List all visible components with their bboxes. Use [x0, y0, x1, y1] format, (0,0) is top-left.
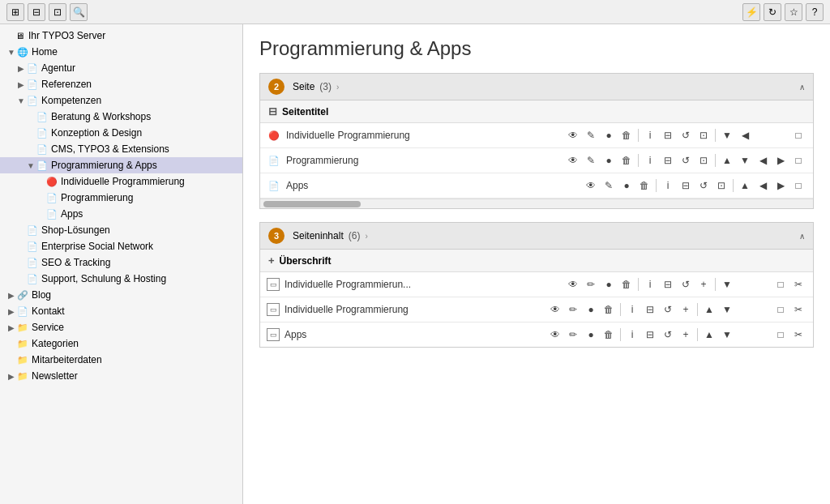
action-delete[interactable]: 🗑: [601, 301, 617, 318]
section-collapse-seite[interactable]: ∧: [799, 83, 805, 92]
action-copy[interactable]: ⊟: [678, 177, 694, 194]
action-plus[interactable]: +: [678, 327, 694, 343]
action-hide[interactable]: ●: [601, 152, 617, 169]
action-info[interactable]: i: [642, 127, 658, 143]
action-cut[interactable]: ✂: [790, 301, 806, 318]
action-undo2[interactable]: ↺: [660, 327, 676, 343]
action-down2[interactable]: ▼: [719, 327, 735, 343]
tree-item-blog[interactable]: ▶ 🔗 Blog: [0, 287, 242, 303]
action-edit[interactable]: ✎: [583, 127, 599, 143]
action-left[interactable]: ◀: [755, 177, 771, 194]
scroll-thumb-seite[interactable]: [263, 201, 361, 207]
tb-btn-3[interactable]: ⊡: [49, 3, 66, 21]
tree-item-esn[interactable]: 📄 Enterprise Social Network: [0, 238, 242, 254]
action-down2[interactable]: ▼: [719, 301, 735, 318]
action-checkbox[interactable]: □: [790, 152, 806, 169]
action-undo2[interactable]: ↺: [660, 301, 676, 318]
tree-item-agentur[interactable]: ▶ 📄 Agentur: [0, 60, 242, 76]
tree-item-kontakt[interactable]: ▶ 📄 Kontakt: [0, 303, 242, 319]
tree-item-individuelle[interactable]: 🔴 Individuelle Programmierung: [0, 173, 242, 190]
section-header-seiteninhalt[interactable]: 3 Seiteninhalt (6) › ∧: [260, 223, 813, 250]
action-edit[interactable]: ✎: [601, 177, 617, 194]
action-copy[interactable]: ⊟: [660, 127, 676, 143]
tree-item-programmierung[interactable]: 📄 Programmierung: [0, 190, 242, 206]
action-up[interactable]: ▲: [719, 152, 735, 169]
action-hide[interactable]: ●: [618, 177, 635, 194]
tree-item-kategorien[interactable]: 📁 Kategorien: [0, 335, 242, 352]
action-left[interactable]: ◀: [737, 127, 753, 143]
action-paste[interactable]: ⊡: [695, 152, 712, 169]
action-view[interactable]: 👁: [565, 127, 581, 143]
action-pencil[interactable]: ✏: [565, 327, 581, 343]
action-edit[interactable]: ✎: [583, 152, 599, 169]
action-copy2[interactable]: ⊟: [642, 301, 658, 318]
action-undo[interactable]: ↺: [678, 127, 694, 143]
action-info[interactable]: i: [624, 327, 640, 343]
action-undo[interactable]: ↺: [695, 177, 712, 194]
action-plus[interactable]: +: [695, 276, 712, 293]
action-left[interactable]: ◀: [755, 152, 771, 169]
action-up[interactable]: ▲: [737, 177, 753, 194]
action-copy[interactable]: ⊟: [660, 152, 676, 169]
action-delete[interactable]: 🗑: [618, 127, 635, 143]
action-down2[interactable]: ▼: [719, 276, 735, 293]
action-delete[interactable]: 🗑: [618, 276, 635, 293]
action-info[interactable]: i: [642, 276, 658, 293]
tb-btn-2[interactable]: ⊟: [28, 3, 45, 21]
tree-item-seo[interactable]: 📄 SEO & Tracking: [0, 254, 242, 271]
action-down[interactable]: ▼: [719, 127, 735, 143]
action-hide[interactable]: ●: [601, 127, 617, 143]
action-checkbox2[interactable]: □: [772, 327, 789, 343]
action-delete[interactable]: 🗑: [601, 327, 617, 343]
action-view[interactable]: 👁: [565, 152, 581, 169]
action-checkbox2[interactable]: □: [772, 301, 789, 318]
action-view[interactable]: 👁: [583, 177, 599, 194]
action-delete[interactable]: 🗑: [636, 177, 652, 194]
tree-item-shop[interactable]: 📄 Shop-Lösungen: [0, 222, 242, 238]
tree-item-server[interactable]: 🖥 Ihr TYPO3 Server: [0, 28, 242, 44]
action-right[interactable]: ▶: [772, 177, 789, 194]
action-checkbox[interactable]: □: [790, 127, 806, 143]
action-up2[interactable]: ▲: [701, 327, 717, 343]
section-collapse-seiteninhalt[interactable]: ∧: [799, 232, 805, 241]
tree-item-konzeption[interactable]: 📄 Konzeption & Design: [0, 125, 242, 141]
tree-item-beratung[interactable]: 📄 Beratung & Workshops: [0, 109, 242, 125]
action-hide[interactable]: ●: [583, 327, 599, 343]
action-hide[interactable]: ●: [601, 276, 617, 293]
action-undo[interactable]: ↺: [678, 152, 694, 169]
action-cut[interactable]: ✂: [790, 276, 806, 293]
tb-btn-1[interactable]: ⊞: [6, 3, 24, 21]
tree-item-newsletter[interactable]: ▶ 📁 Newsletter: [0, 368, 242, 384]
tree-item-service[interactable]: ▶ 📁 Service: [0, 319, 242, 335]
tree-item-apps[interactable]: 📄 Apps: [0, 206, 242, 222]
action-pencil[interactable]: ✏: [565, 301, 581, 318]
action-pencil[interactable]: ✏: [583, 276, 599, 293]
tb-btn-search[interactable]: 🔍: [70, 3, 88, 21]
action-plus[interactable]: +: [678, 301, 694, 318]
action-undo2[interactable]: ↺: [678, 276, 694, 293]
tree-item-referenzen[interactable]: ▶ 📄 Referenzen: [0, 76, 242, 92]
action-hide[interactable]: ●: [583, 301, 599, 318]
tree-item-mitarbeiter[interactable]: 📁 Mitarbeiterdaten: [0, 352, 242, 368]
action-checkbox[interactable]: □: [790, 177, 806, 194]
tb-btn-flash[interactable]: ⚡: [742, 3, 760, 21]
tree-item-support[interactable]: 📄 Support, Schulung & Hosting: [0, 271, 242, 287]
action-down[interactable]: ▼: [737, 152, 753, 169]
action-cut[interactable]: ✂: [790, 327, 806, 343]
tb-btn-refresh[interactable]: ↻: [764, 3, 781, 21]
action-paste[interactable]: ⊡: [713, 177, 729, 194]
action-copy2[interactable]: ⊟: [660, 276, 676, 293]
tb-btn-help[interactable]: ?: [806, 3, 824, 21]
section-header-seite[interactable]: 2 Seite (3) › ∧: [260, 74, 813, 100]
tree-item-prog-apps[interactable]: ▼ 📄 Programmierung & Apps: [0, 157, 242, 173]
action-view[interactable]: 👁: [547, 301, 563, 318]
action-checkbox2[interactable]: □: [772, 276, 789, 293]
scroll-bar-seite[interactable]: [260, 199, 813, 208]
action-info[interactable]: i: [624, 301, 640, 318]
action-view[interactable]: 👁: [565, 276, 581, 293]
action-up2[interactable]: ▲: [701, 301, 717, 318]
action-copy2[interactable]: ⊟: [642, 327, 658, 343]
action-info[interactable]: i: [642, 152, 658, 169]
action-delete[interactable]: 🗑: [618, 152, 635, 169]
action-info[interactable]: i: [660, 177, 676, 194]
